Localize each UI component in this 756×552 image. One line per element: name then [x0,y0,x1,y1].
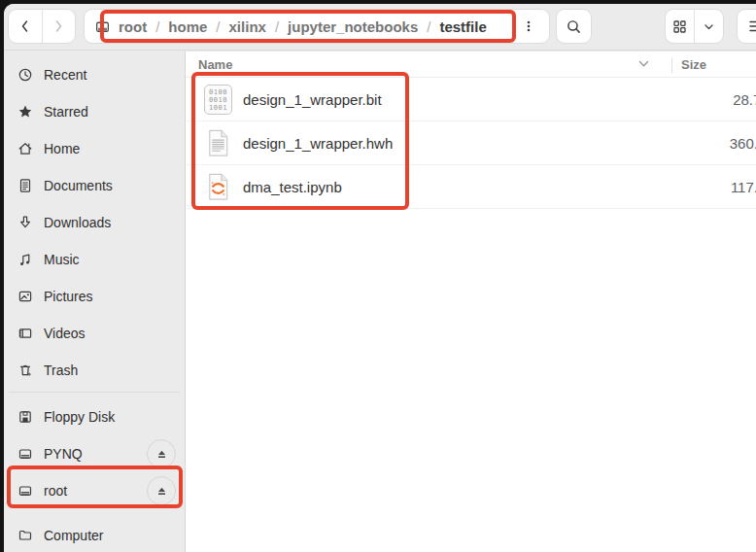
path-bar[interactable]: root / home / xilinx / jupyter_notebooks… [84,9,550,44]
sidebar-item-label: Music [44,252,80,267]
picture-icon [17,289,33,304]
sidebar-item-recent[interactable]: Recent [9,59,180,90]
sidebar-item-computer[interactable]: Computer [9,520,180,551]
chevron-down-icon [703,20,715,33]
breadcrumb-jupyter-notebooks[interactable]: jupyter_notebooks [288,18,418,35]
search-icon [566,18,582,35]
breadcrumb-separator: / [427,18,430,35]
hard-drive-icon [94,18,111,35]
breadcrumb-xilinx[interactable]: xilinx [229,18,266,35]
sidebar-item-label: Computer [44,528,103,543]
file-size: 28.7 MB [606,91,756,108]
file-name: dma_test.ipynb [243,179,342,195]
home-icon [17,141,33,156]
nav-button-group [8,9,76,44]
sidebar-item-label: Recent [44,67,86,83]
folder-menu-button[interactable] [514,12,543,41]
sidebar-item-videos[interactable]: Videos [9,318,180,349]
sidebar-item-label: Home [44,141,80,156]
chevron-right-icon [51,18,66,34]
sort-chevron-down-icon[interactable] [638,60,649,68]
sidebar-item-label: PYNQ [44,446,83,462]
eject-root-button[interactable] [147,476,176,505]
star-icon [17,104,33,120]
list-column-header: Name Size [186,52,756,78]
sidebar-item-starred[interactable]: Starred [9,96,180,127]
text-file-icon [203,128,233,158]
music-note-icon [17,252,33,267]
search-button[interactable] [556,9,592,44]
sidebar-item-root[interactable]: root [9,475,180,506]
eject-icon [155,485,168,498]
file-name: design_1_wrapper.bit [243,91,382,108]
jupyter-notebook-file-icon [203,172,233,202]
breadcrumb-separator: / [216,18,220,35]
sidebar-item-label: Pictures [44,289,93,304]
sidebar-item-label: Videos [44,326,86,341]
back-button[interactable] [9,10,42,43]
floppy-icon [17,409,33,425]
hamburger-menu-icon [749,19,756,33]
sidebar-item-pictures[interactable]: Pictures [9,281,180,312]
forward-button[interactable] [43,10,76,43]
grid-view-button[interactable] [666,10,694,43]
eject-pynq-button[interactable] [147,439,176,468]
breadcrumb-separator: / [275,18,279,35]
sidebar-item-music[interactable]: Music [9,244,180,275]
sidebar-item-label: Trash [44,362,78,378]
file-name: design_1_wrapper.hwh [243,135,393,152]
sidebar-item-label: root [44,483,67,499]
sidebar-item-label: Downloads [44,215,111,230]
download-arrow-icon [17,215,33,230]
sidebar-item-pynq[interactable]: PYNQ [9,438,180,469]
drive-icon [17,483,33,499]
file-size: 360.0 kB [606,135,756,152]
view-options-dropdown-button[interactable] [695,10,723,43]
sidebar-item-trash[interactable]: Trash [9,355,180,386]
film-icon [17,326,33,341]
breadcrumb-root[interactable]: root [119,18,147,35]
column-header-size[interactable]: Size [681,57,706,72]
drive-icon [17,446,33,462]
file-row-design-1-wrapper-hwh[interactable]: design_1_wrapper.hwh 360.0 kB [186,121,756,165]
clock-icon [17,67,33,83]
grid-view-icon [672,19,687,34]
trash-icon [17,362,33,378]
file-list-view: Name Size 0100 0010 1001 design_1_wrappe… [186,52,756,552]
breadcrumb-separator: / [155,18,159,35]
kebab-menu-icon [522,18,535,34]
main-menu-button[interactable] [737,9,756,44]
sidebar-separator [9,392,180,393]
breadcrumb: root / home / xilinx / jupyter_notebooks… [119,18,487,35]
sidebar-item-downloads[interactable]: Downloads [9,207,180,238]
sidebar-item-label: Floppy Disk [44,409,115,425]
sidebar: Recent Starred Home Documents [4,52,185,552]
file-manager-window: root / home / xilinx / jupyter_notebooks… [4,4,756,552]
breadcrumb-home[interactable]: home [168,18,207,35]
view-button-group [665,9,724,44]
chevron-left-icon [17,18,33,34]
sidebar-item-documents[interactable]: Documents [9,170,180,201]
column-divider [671,57,672,73]
screen: root / home / xilinx / jupyter_notebooks… [0,0,756,552]
file-row-dma-test-ipynb[interactable]: dma_test.ipynb 117.1 kB [186,165,756,209]
column-header-name[interactable]: Name [198,57,232,72]
sidebar-item-label: Starred [44,104,88,120]
binary-file-icon: 0100 0010 1001 [203,85,233,115]
breadcrumb-testfile-current[interactable]: testfile [439,18,486,35]
sidebar-item-label: Documents [44,178,113,193]
eject-icon [155,448,168,461]
file-row-design-1-wrapper-bit[interactable]: 0100 0010 1001 design_1_wrapper.bit 28.7… [186,78,756,121]
sidebar-item-home[interactable]: Home [9,133,180,164]
document-icon [17,178,33,193]
folder-icon [17,528,33,543]
sidebar-item-floppy-disk[interactable]: Floppy Disk [9,401,180,432]
toolbar: root / home / xilinx / jupyter_notebooks… [4,4,756,51]
file-size: 117.1 kB [606,179,756,195]
